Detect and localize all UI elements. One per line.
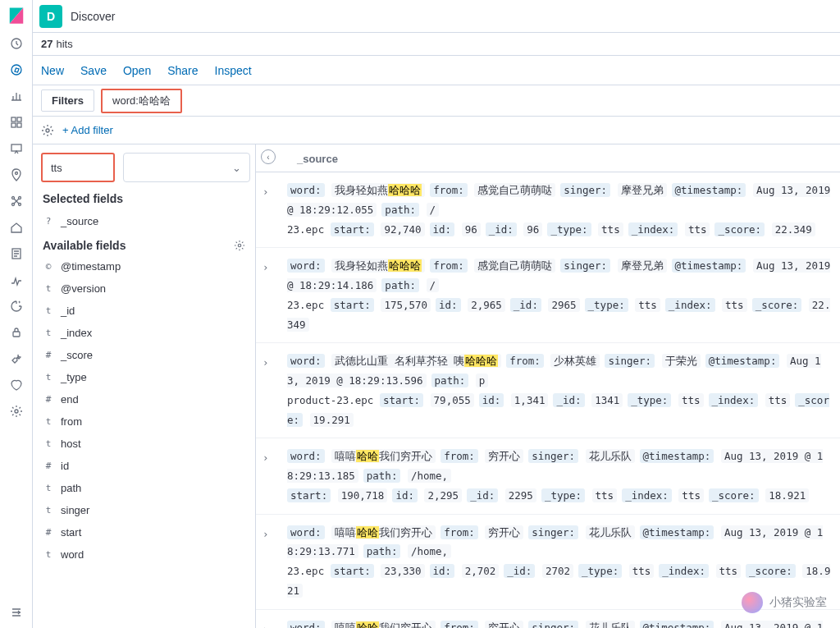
results-column-header[interactable]: _source xyxy=(256,144,840,172)
result-source: word: 嘻嘻哈哈我们穷开心from: 穷开心singer: 花儿乐队@tim… xyxy=(287,618,832,629)
field-item[interactable]: ?_source xyxy=(38,210,250,232)
expand-row-icon[interactable]: › xyxy=(262,447,287,505)
field-type-icon: t xyxy=(43,483,54,493)
field-name: from xyxy=(61,415,82,428)
index-pattern-dropdown[interactable]: ⌄ xyxy=(123,153,250,182)
devtools-icon[interactable] xyxy=(9,351,24,366)
maps-icon[interactable] xyxy=(9,167,24,182)
discover-icon[interactable] xyxy=(9,62,24,77)
chevron-down-icon: ⌄ xyxy=(232,162,241,174)
field-type-icon: © xyxy=(43,261,54,272)
fields-settings-icon[interactable] xyxy=(234,240,245,251)
field-name: path xyxy=(61,482,81,494)
field-name: _id xyxy=(61,305,75,317)
menu-open[interactable]: Open xyxy=(123,64,151,77)
field-name: _type xyxy=(61,371,87,383)
management-icon[interactable] xyxy=(9,404,24,419)
svg-rect-6 xyxy=(11,123,16,127)
infra-icon[interactable] xyxy=(9,220,24,235)
field-type-icon: # xyxy=(43,394,54,405)
left-nav-rail xyxy=(0,0,33,628)
menu-new[interactable]: New xyxy=(41,64,64,77)
expand-row-icon[interactable]: › xyxy=(262,618,287,629)
result-row: ›word: 我身轻如燕哈哈哈from: 感觉自己萌萌哒singer: 摩登兄弟… xyxy=(256,248,840,343)
field-name: _index xyxy=(61,327,92,339)
expand-row-icon[interactable]: › xyxy=(262,256,287,334)
field-type-icon: t xyxy=(43,372,54,383)
kibana-logo-icon[interactable] xyxy=(7,7,25,25)
field-name: end xyxy=(61,393,79,406)
field-item[interactable]: ©@timestamp xyxy=(38,255,250,277)
filter-settings-icon[interactable] xyxy=(41,124,54,137)
field-item[interactable]: tfrom xyxy=(38,410,250,433)
query-bar: Filters word:哈哈哈 xyxy=(33,85,840,117)
result-source: word: 嘻嘻哈哈我们穷开心from: 穷开心singer: 花儿乐队@tim… xyxy=(287,447,832,505)
field-type-icon: t xyxy=(43,438,54,449)
content-area: tts ⌄ Selected fields ?_source Available… xyxy=(33,144,840,628)
field-item[interactable]: tpath xyxy=(38,477,250,499)
svg-rect-8 xyxy=(11,144,21,151)
field-item[interactable]: tword xyxy=(38,543,250,566)
field-item[interactable]: #id xyxy=(38,455,250,477)
field-item[interactable]: t_type xyxy=(38,366,250,388)
breadcrumb-bar: D Discover xyxy=(33,0,840,33)
hits-count: 27 xyxy=(41,38,52,50)
field-name: _score xyxy=(61,349,93,361)
siem-icon[interactable] xyxy=(9,325,24,340)
field-item[interactable]: #_score xyxy=(38,344,250,366)
monitoring-icon[interactable] xyxy=(9,378,24,392)
field-item[interactable]: #end xyxy=(38,388,250,410)
menu-save[interactable]: Save xyxy=(80,64,107,77)
query-pill[interactable]: word:哈哈哈 xyxy=(101,89,182,113)
canvas-icon[interactable] xyxy=(9,141,24,156)
expand-row-icon[interactable]: › xyxy=(262,523,287,601)
collapse-rail-icon[interactable] xyxy=(9,605,24,620)
field-item[interactable]: thost xyxy=(38,433,250,455)
svg-rect-4 xyxy=(11,117,16,121)
field-item[interactable]: tsinger xyxy=(38,499,250,521)
top-menu: New Save Open Share Inspect xyxy=(33,56,840,85)
apm-icon[interactable] xyxy=(9,273,24,287)
field-type-icon: # xyxy=(43,461,54,471)
menu-inspect[interactable]: Inspect xyxy=(215,64,252,77)
ml-icon[interactable] xyxy=(9,194,24,209)
svg-rect-5 xyxy=(17,117,21,121)
result-source: word: 我身轻如燕哈哈哈from: 感觉自己萌萌哒singer: 摩登兄弟@… xyxy=(287,256,832,334)
uptime-icon[interactable] xyxy=(9,299,24,314)
hits-label: hits xyxy=(56,38,72,50)
app-badge: D xyxy=(39,5,62,28)
recent-icon[interactable] xyxy=(9,36,24,51)
svg-point-18 xyxy=(238,244,241,247)
watermark-avatar-icon xyxy=(742,592,763,613)
field-type-icon: t xyxy=(43,505,54,516)
visualize-icon[interactable] xyxy=(9,89,24,103)
field-type-icon: # xyxy=(43,350,54,360)
field-name: @timestamp xyxy=(61,260,121,273)
result-source: word: 武德比山重 名利草芥轻 咦哈哈哈from: 少林英雄singer: … xyxy=(287,351,832,429)
field-item[interactable]: t_index xyxy=(38,322,250,344)
field-type-icon: t xyxy=(43,416,54,427)
field-type-icon: t xyxy=(43,283,54,294)
filters-button[interactable]: Filters xyxy=(41,89,94,112)
field-type-icon: t xyxy=(43,305,54,316)
index-pattern-select[interactable]: tts xyxy=(41,153,115,182)
dashboard-icon[interactable] xyxy=(9,115,24,130)
field-name: _source xyxy=(61,215,98,227)
svg-point-17 xyxy=(46,129,49,132)
expand-row-icon[interactable]: › xyxy=(262,181,287,239)
field-item[interactable]: t_id xyxy=(38,300,250,322)
main-area: D Discover 27 hits New Save Open Share I… xyxy=(33,0,840,628)
collapse-sidebar-icon[interactable]: ‹ xyxy=(261,149,276,164)
logs-icon[interactable] xyxy=(9,246,24,261)
result-source: word: 嘻嘻哈哈我们穷开心from: 穷开心singer: 花儿乐队@tim… xyxy=(287,523,832,601)
result-source: word: 我身轻如燕哈哈哈from: 感觉自己萌萌哒singer: 摩登兄弟@… xyxy=(287,181,832,239)
result-row: ›word: 我身轻如燕哈哈哈from: 感觉自己萌萌哒singer: 摩登兄弟… xyxy=(256,172,840,248)
field-name: start xyxy=(61,526,81,539)
field-item[interactable]: #start xyxy=(38,521,250,543)
menu-share[interactable]: Share xyxy=(167,64,198,77)
expand-row-icon[interactable]: › xyxy=(262,351,287,429)
add-filter-button[interactable]: + Add filter xyxy=(62,124,113,136)
index-pattern-value: tts xyxy=(51,162,62,174)
field-type-icon: ? xyxy=(43,216,54,227)
field-item[interactable]: t@version xyxy=(38,277,250,300)
